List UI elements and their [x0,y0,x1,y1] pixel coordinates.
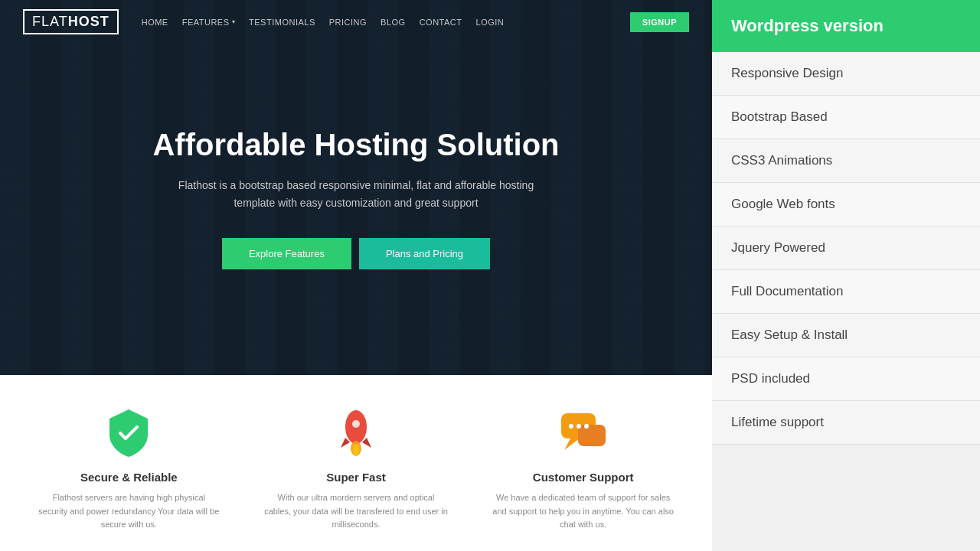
feature-fast-title: Super Fast [326,471,386,484]
logo-flat: FLAT [32,14,68,29]
sidebar-item-documentation[interactable]: Full Documentation [712,270,980,314]
sidebar-item-lifetime[interactable]: Lifetime support [712,401,980,445]
feature-support-desc: We have a dedicated team of support for … [492,491,675,532]
sidebar-item-jquery[interactable]: Jquery Powered [712,227,980,270]
nav-home[interactable]: HOME [142,18,168,27]
sidebar-item-responsive[interactable]: Responsive Design [712,52,980,96]
hero-subtitle: Flathost is a bootstrap based responsive… [157,177,555,211]
sidebar-item-setup[interactable]: Easy Setup & Install [712,314,980,357]
nav-features-label: FEATURES [182,18,230,27]
hero-buttons: Explore Features Plans and Pricing [222,238,490,269]
nav-testimonials[interactable]: TESTIMONIALS [249,18,315,27]
svg-point-7 [577,424,581,429]
nav-contact[interactable]: CONTACT [420,18,462,27]
svg-point-1 [352,420,360,428]
nav-blog[interactable]: BLOG [381,18,406,27]
hero-title: Affordable Hosting Solution [152,126,559,163]
nav-pricing[interactable]: PRICING [329,18,367,27]
sidebar-item-bootstrap[interactable]: Bootstrap Based [712,96,980,139]
feature-secure-desc: Flathost servers are having high physica… [37,491,220,532]
plans-pricing-button[interactable]: Plans and Pricing [359,238,490,269]
feature-fast-desc: With our ultra mordern servers and optic… [264,491,448,532]
sidebar-item-css3[interactable]: CSS3 Animations [712,139,980,183]
main-area: FLATHOST HOME FEATURES ▾ TESTIMONIALS PR… [0,0,712,551]
nav-links: HOME FEATURES ▾ TESTIMONIALS PRICING BLO… [142,18,607,27]
feature-support: Customer Support We have a dedicated tea… [492,406,675,532]
sidebar-item-psd[interactable]: PSD included [712,357,980,401]
feature-secure-title: Secure & Reliable [80,471,178,484]
navbar: FLATHOST HOME FEATURES ▾ TESTIMONIALS PR… [0,0,712,44]
svg-rect-5 [578,425,606,446]
chat-icon [557,406,610,459]
nav-features[interactable]: FEATURES ▾ [182,18,235,27]
svg-point-6 [569,424,573,429]
sidebar-header: Wordpress version [712,0,980,52]
explore-features-button[interactable]: Explore Features [222,238,351,269]
nav-login[interactable]: LOGIN [476,18,505,27]
rocket-icon [329,406,383,459]
sidebar-item-google-fonts[interactable]: Google Web fonts [712,183,980,227]
logo-host: HOST [68,14,109,29]
svg-point-8 [584,424,589,429]
signup-button[interactable]: SIGNUP [630,12,689,32]
logo[interactable]: FLATHOST [23,9,119,34]
sidebar: Wordpress version Responsive Design Boot… [712,0,980,551]
chevron-down-icon: ▾ [232,18,236,25]
features-section: Secure & Reliable Flathost servers are h… [0,375,712,551]
feature-fast: Super Fast With our ultra mordern server… [264,406,448,532]
hero-section: FLATHOST HOME FEATURES ▾ TESTIMONIALS PR… [0,0,712,375]
hero-content: Affordable Hosting Solution Flathost is … [0,44,712,375]
svg-point-3 [353,445,359,455]
feature-support-title: Customer Support [533,471,634,484]
feature-secure: Secure & Reliable Flathost servers are h… [37,406,220,532]
shield-icon [102,406,155,459]
